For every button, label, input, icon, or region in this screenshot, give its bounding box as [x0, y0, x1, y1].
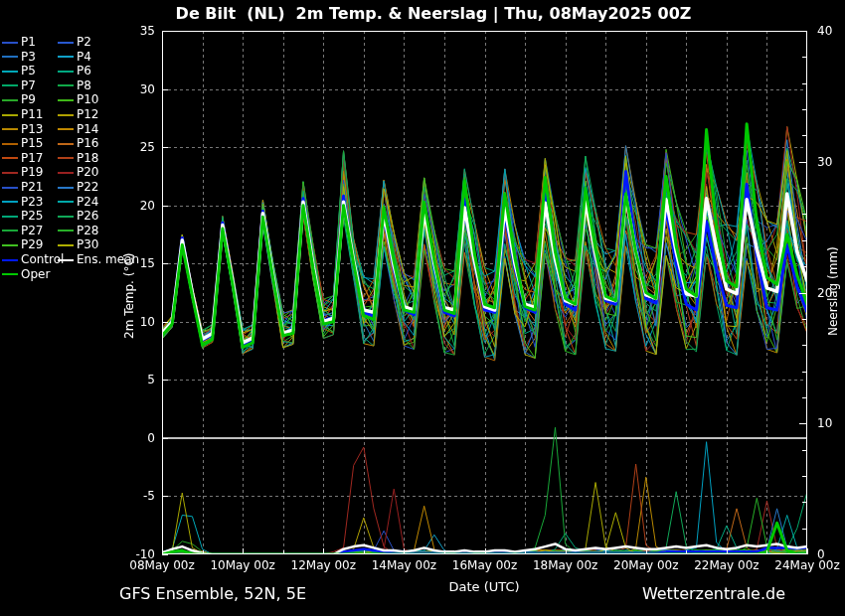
- legend-item-p11-swatch-icon: [2, 114, 18, 116]
- x-tick-label: 22May 00z: [682, 558, 771, 572]
- x-tick-label: 20May 00z: [601, 558, 691, 572]
- legend-item-p4-label: P4: [77, 50, 91, 64]
- legend-item-p14-swatch-icon: [58, 128, 74, 130]
- legend-item-p23-swatch-icon: [2, 201, 18, 203]
- legend-item-p5-swatch-icon: [2, 71, 18, 73]
- legend-item-p21-swatch-icon: [2, 187, 18, 189]
- legend-item-p16: P16: [58, 137, 99, 150]
- legend-item-p27-swatch-icon: [2, 230, 18, 231]
- legend-item-p15-swatch-icon: [2, 143, 18, 145]
- legend-item-p14-label: P14: [77, 122, 99, 136]
- left-tick-label: 5: [113, 373, 155, 386]
- legend-item-p3-label: P3: [21, 50, 36, 64]
- legend-item-p1: P1: [2, 36, 36, 49]
- legend-item-p20: P20: [58, 166, 99, 179]
- legend-item-p7-swatch-icon: [2, 84, 18, 86]
- legend-item-control: Control: [2, 253, 64, 266]
- legend-item-p9: P9: [2, 93, 36, 106]
- x-axis-title: Date (UTC): [424, 579, 544, 594]
- legend-item-p25: P25: [2, 210, 44, 223]
- legend-item-p25-swatch-icon: [2, 216, 18, 218]
- left-tick-label: -5: [113, 489, 155, 503]
- legend-item-p9-swatch-icon: [2, 99, 18, 101]
- legend-item-p20-swatch-icon: [58, 172, 74, 174]
- right-axis-title: Neerslag (mm): [826, 246, 840, 336]
- legend-item-p19-swatch-icon: [2, 172, 18, 174]
- legend-item-p3: P3: [2, 51, 36, 64]
- legend-item-p29-label: P29: [21, 237, 44, 251]
- right-tick-label: 10: [817, 416, 845, 430]
- meteogram-screen: De Bilt (NL) 2m Temp. & Neerslag | Thu, …: [0, 0, 845, 616]
- legend-item-p22: P22: [58, 181, 99, 194]
- chart-title: De Bilt (NL) 2m Temp. & Neerslag | Thu, …: [0, 4, 845, 23]
- legend-item-p7: P7: [2, 79, 36, 92]
- legend-item-p18-swatch-icon: [58, 157, 74, 159]
- x-tick-label: 18May 00z: [521, 558, 610, 572]
- legend-item-p18-label: P18: [77, 151, 99, 165]
- legend-item-p14: P14: [58, 123, 99, 136]
- legend-item-p6-swatch-icon: [58, 71, 74, 73]
- x-tick-label: 10May 00z: [198, 558, 287, 572]
- legend-item-p8-label: P8: [77, 78, 91, 92]
- legend-item-p30-swatch-icon: [58, 244, 74, 246]
- legend-item-p5: P5: [2, 65, 36, 77]
- legend-item-p16-swatch-icon: [58, 143, 74, 145]
- legend-item-p17-swatch-icon: [2, 157, 18, 159]
- legend-item-p4: P4: [58, 51, 91, 64]
- legend-item-p12: P12: [58, 108, 99, 121]
- legend-item-p24-label: P24: [77, 195, 99, 209]
- legend-item-p15-label: P15: [21, 136, 44, 150]
- legend-item-control-swatch-icon: [2, 259, 18, 261]
- legend-item-p27: P27: [2, 225, 44, 237]
- legend-item-p6-label: P6: [77, 64, 91, 77]
- left-axis-title: 2m Temp. (°C): [122, 253, 136, 340]
- x-tick-label: 14May 00z: [359, 558, 448, 572]
- right-tick-label: 30: [817, 155, 845, 169]
- legend-item-p2-label: P2: [77, 35, 91, 49]
- legend-item-p23: P23: [2, 196, 44, 209]
- legend-item-p28-swatch-icon: [58, 230, 74, 231]
- legend-item-p16-label: P16: [77, 136, 99, 150]
- footer-model-info: GFS Ensemble, 52N, 5E: [119, 584, 306, 603]
- left-tick-label: 0: [113, 431, 155, 445]
- legend-item-p26: P26: [58, 210, 99, 223]
- left-tick-label: 35: [113, 24, 155, 38]
- legend-item-p1-label: P1: [21, 35, 36, 49]
- x-tick-label: 24May 00z: [762, 558, 845, 572]
- legend-item-p12-swatch-icon: [58, 114, 74, 116]
- legend-item-p15: P15: [2, 137, 44, 150]
- legend-item-p13: P13: [2, 123, 44, 136]
- legend-item-p10-label: P10: [77, 92, 99, 106]
- legend-item-p20-label: P20: [77, 165, 99, 179]
- legend-item-p2-swatch-icon: [58, 42, 74, 44]
- legend-item-p6: P6: [58, 65, 91, 77]
- legend-item-p21-label: P21: [21, 180, 44, 194]
- legend-item-p11-label: P11: [21, 107, 44, 121]
- legend-item-p24: P24: [58, 196, 99, 209]
- legend-item-p29: P29: [2, 238, 44, 251]
- legend-item-p3-swatch-icon: [2, 56, 18, 58]
- legend-item-p8-swatch-icon: [58, 84, 74, 86]
- legend-item-p21: P21: [2, 181, 44, 194]
- legend-item-p8: P8: [58, 79, 91, 92]
- legend-item-p27-label: P27: [21, 224, 44, 237]
- legend-item-p12-label: P12: [77, 107, 99, 121]
- legend-item-p9-label: P9: [21, 92, 36, 106]
- footer-brand: Wetterzentrale.de: [642, 584, 785, 603]
- legend-item-p7-label: P7: [21, 78, 36, 92]
- legend-item-p28-label: P28: [77, 224, 99, 237]
- left-tick-label: 25: [113, 140, 155, 154]
- legend-item-p2: P2: [58, 36, 91, 49]
- legend-item-oper: Oper: [2, 268, 50, 281]
- legend-item-p24-swatch-icon: [58, 201, 74, 203]
- legend-item-p4-swatch-icon: [58, 56, 74, 58]
- legend-item-p23-label: P23: [21, 195, 44, 209]
- legend-item-p22-label: P22: [77, 180, 99, 194]
- right-tick-label: 40: [817, 24, 845, 38]
- legend-item-p10-swatch-icon: [58, 99, 74, 101]
- legend-item-p22-swatch-icon: [58, 187, 74, 189]
- legend-item-p30-label: P30: [77, 237, 99, 251]
- x-tick-label: 16May 00z: [440, 558, 530, 572]
- legend-item-ens-mean-swatch-icon: [58, 259, 74, 261]
- legend-item-oper-label: Oper: [21, 267, 50, 281]
